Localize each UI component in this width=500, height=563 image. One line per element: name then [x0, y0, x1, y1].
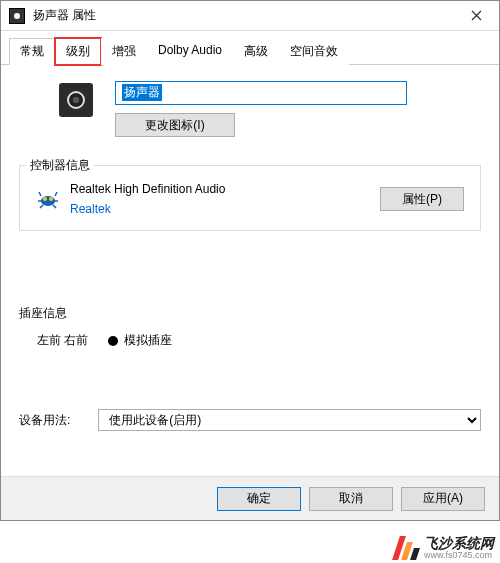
controller-vendor: Realtek — [70, 202, 370, 216]
jack-type: 模拟插座 — [124, 332, 172, 349]
title-bar: 扬声器 属性 — [1, 1, 499, 31]
svg-point-2 — [49, 197, 53, 201]
controller-group: 控制器信息 Realtek High Definition Audio Real… — [19, 165, 481, 231]
watermark: 飞沙系统网 www.fs0745.com — [396, 536, 494, 561]
tab-body: 扬声器 更改图标(I) 控制器信息 Realtek High Definitio… — [1, 65, 499, 476]
jack-position: 左前 右前 — [37, 332, 88, 349]
tab-enhance[interactable]: 增强 — [101, 38, 147, 65]
tab-dolby[interactable]: Dolby Audio — [147, 38, 233, 65]
speaker-title-icon — [9, 8, 25, 24]
tab-general[interactable]: 常规 — [9, 38, 55, 65]
change-icon-button[interactable]: 更改图标(I) — [115, 113, 235, 137]
tab-spatial[interactable]: 空间音效 — [279, 38, 349, 65]
controller-group-label: 控制器信息 — [26, 157, 94, 174]
realtek-crab-icon — [36, 187, 60, 211]
watermark-logo-icon — [396, 536, 418, 560]
controller-name: Realtek High Definition Audio — [70, 182, 370, 196]
jack-group-label: 插座信息 — [19, 305, 481, 322]
properties-dialog: 扬声器 属性 常规 级别 增强 Dolby Audio 高级 空间音效 扬声器 … — [0, 0, 500, 521]
usage-select[interactable]: 使用此设备(启用) — [98, 409, 481, 431]
jack-section: 插座信息 左前 右前 模拟插座 — [19, 305, 481, 361]
speaker-large-icon — [59, 83, 93, 117]
window-title: 扬声器 属性 — [33, 7, 453, 24]
cancel-button[interactable]: 取消 — [309, 487, 393, 511]
jack-dot-icon — [108, 336, 118, 346]
watermark-url: www.fs0745.com — [424, 551, 494, 561]
tab-advanced[interactable]: 高级 — [233, 38, 279, 65]
watermark-text: 飞沙系统网 — [424, 535, 494, 551]
tab-levels[interactable]: 级别 — [55, 38, 101, 65]
apply-button[interactable]: 应用(A) — [401, 487, 485, 511]
close-button[interactable] — [453, 1, 499, 31]
ok-button[interactable]: 确定 — [217, 487, 301, 511]
tab-strip: 常规 级别 增强 Dolby Audio 高级 空间音效 — [1, 31, 499, 65]
svg-point-0 — [41, 196, 55, 206]
dialog-footer: 确定 取消 应用(A) — [1, 476, 499, 520]
usage-label: 设备用法: — [19, 412, 70, 429]
svg-point-1 — [43, 197, 47, 201]
device-name-value: 扬声器 — [122, 84, 162, 101]
usage-row: 设备用法: 使用此设备(启用) — [19, 409, 481, 431]
controller-properties-button[interactable]: 属性(P) — [380, 187, 464, 211]
device-name-input[interactable]: 扬声器 — [115, 81, 407, 105]
